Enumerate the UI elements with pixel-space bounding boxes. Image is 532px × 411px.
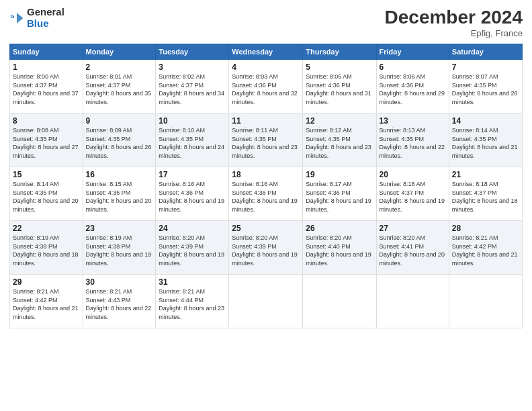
week-1: 1 Sunrise: 8:00 AMSunset: 4:37 PMDayligh… — [10, 60, 523, 113]
day-28: 28 Sunrise: 8:21 AMSunset: 4:42 PMDaylig… — [449, 221, 522, 275]
day-2: 2 Sunrise: 8:01 AMSunset: 4:37 PMDayligh… — [83, 60, 156, 113]
empty-1 — [229, 275, 303, 328]
month-title: December 2024 — [385, 7, 523, 28]
col-wednesday: Wednesday — [229, 44, 303, 60]
col-sunday: Sunday — [10, 44, 83, 60]
logo-icon: G — [9, 11, 24, 26]
day-10: 10 Sunrise: 8:10 AMSunset: 4:35 PMDaylig… — [156, 113, 229, 167]
day-15: 15 Sunrise: 8:14 AMSunset: 4:35 PMDaylig… — [10, 167, 83, 221]
col-thursday: Thursday — [303, 44, 376, 60]
day-26: 26 Sunrise: 8:20 AMSunset: 4:40 PMDaylig… — [303, 221, 376, 275]
day-4: 4 Sunrise: 8:03 AMSunset: 4:36 PMDayligh… — [229, 60, 303, 113]
day-19: 19 Sunrise: 8:17 AMSunset: 4:36 PMDaylig… — [303, 167, 376, 221]
day-29: 29 Sunrise: 8:21 AMSunset: 4:42 PMDaylig… — [10, 275, 83, 328]
week-5: 29 Sunrise: 8:21 AMSunset: 4:42 PMDaylig… — [10, 275, 523, 328]
empty-3 — [376, 275, 449, 328]
day-31: 31 Sunrise: 8:21 AMSunset: 4:44 PMDaylig… — [156, 275, 229, 328]
calendar-table: Sunday Monday Tuesday Wednesday Thursday… — [9, 44, 523, 328]
header: G General Blue December 2024 Epfig, Fran… — [9, 7, 523, 38]
day-5: 5 Sunrise: 8:05 AMSunset: 4:36 PMDayligh… — [303, 60, 376, 113]
col-tuesday: Tuesday — [156, 44, 229, 60]
day-1: 1 Sunrise: 8:00 AMSunset: 4:37 PMDayligh… — [10, 60, 83, 113]
day-11: 11 Sunrise: 8:11 AMSunset: 4:35 PMDaylig… — [229, 113, 303, 167]
day-7: 7 Sunrise: 8:07 AMSunset: 4:35 PMDayligh… — [449, 60, 522, 113]
day-6: 6 Sunrise: 8:06 AMSunset: 4:36 PMDayligh… — [376, 60, 449, 113]
col-saturday: Saturday — [449, 44, 522, 60]
empty-4 — [449, 275, 522, 328]
day-16: 16 Sunrise: 8:15 AMSunset: 4:35 PMDaylig… — [83, 167, 156, 221]
week-2: 8 Sunrise: 8:08 AMSunset: 4:35 PMDayligh… — [10, 113, 523, 167]
page: G General Blue December 2024 Epfig, Fran… — [0, 0, 532, 411]
col-friday: Friday — [376, 44, 449, 60]
svg-marker-1 — [17, 13, 23, 24]
day-3: 3 Sunrise: 8:02 AMSunset: 4:37 PMDayligh… — [156, 60, 229, 113]
day-20: 20 Sunrise: 8:18 AMSunset: 4:37 PMDaylig… — [376, 167, 449, 221]
day-25: 25 Sunrise: 8:20 AMSunset: 4:39 PMDaylig… — [229, 221, 303, 275]
day-18: 18 Sunrise: 8:16 AMSunset: 4:36 PMDaylig… — [229, 167, 303, 221]
day-24: 24 Sunrise: 8:20 AMSunset: 4:39 PMDaylig… — [156, 221, 229, 275]
svg-text:G: G — [11, 13, 15, 19]
logo-text: General Blue — [27, 7, 64, 29]
week-4: 22 Sunrise: 8:19 AMSunset: 4:38 PMDaylig… — [10, 221, 523, 275]
day-17: 17 Sunrise: 8:16 AMSunset: 4:36 PMDaylig… — [156, 167, 229, 221]
day-14: 14 Sunrise: 8:14 AMSunset: 4:35 PMDaylig… — [449, 113, 522, 167]
title-block: December 2024 Epfig, France — [385, 7, 523, 38]
location: Epfig, France — [385, 28, 523, 38]
empty-2 — [303, 275, 376, 328]
day-13: 13 Sunrise: 8:13 AMSunset: 4:35 PMDaylig… — [376, 113, 449, 167]
week-3: 15 Sunrise: 8:14 AMSunset: 4:35 PMDaylig… — [10, 167, 523, 221]
day-21: 21 Sunrise: 8:18 AMSunset: 4:37 PMDaylig… — [449, 167, 522, 221]
day-9: 9 Sunrise: 8:09 AMSunset: 4:35 PMDayligh… — [83, 113, 156, 167]
logo: G General Blue — [9, 7, 64, 29]
day-23: 23 Sunrise: 8:19 AMSunset: 4:38 PMDaylig… — [83, 221, 156, 275]
day-30: 30 Sunrise: 8:21 AMSunset: 4:43 PMDaylig… — [83, 275, 156, 328]
calendar-header-row: Sunday Monday Tuesday Wednesday Thursday… — [10, 44, 523, 60]
day-12: 12 Sunrise: 8:12 AMSunset: 4:35 PMDaylig… — [303, 113, 376, 167]
day-22: 22 Sunrise: 8:19 AMSunset: 4:38 PMDaylig… — [10, 221, 83, 275]
day-8: 8 Sunrise: 8:08 AMSunset: 4:35 PMDayligh… — [10, 113, 83, 167]
col-monday: Monday — [83, 44, 156, 60]
day-27: 27 Sunrise: 8:20 AMSunset: 4:41 PMDaylig… — [376, 221, 449, 275]
